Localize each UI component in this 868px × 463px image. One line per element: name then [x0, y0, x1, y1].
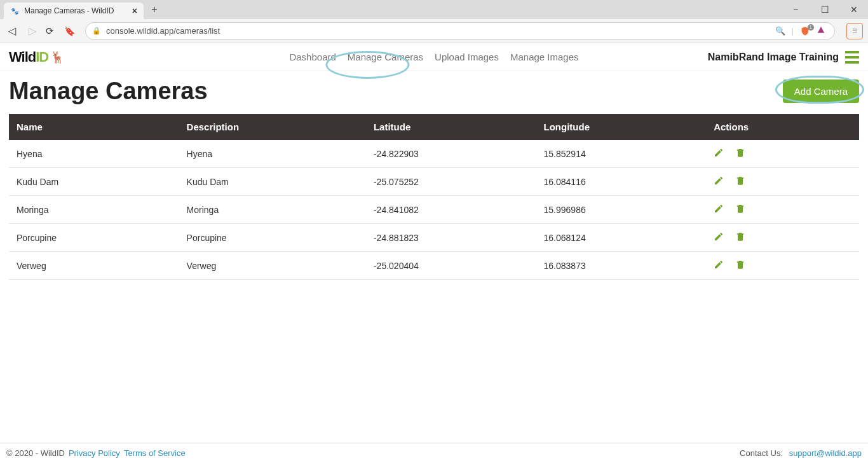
delete-icon[interactable]	[735, 148, 745, 160]
site-header: WildID🦌 Dashboard Manage Cameras Upload …	[0, 43, 868, 71]
table-row: Kudu DamKudu Dam-25.07525216.084116	[9, 168, 859, 196]
col-latitude[interactable]: Latitude	[366, 114, 536, 140]
url-text: console.wildid.app/cameras/list	[106, 26, 220, 36]
cell-latitude: -24.881823	[366, 224, 536, 252]
table-header-row: Name Description Latitude Longitude Acti…	[9, 114, 859, 140]
contact-block: Contact Us: support@wildid.app	[740, 448, 862, 458]
col-description[interactable]: Description	[179, 114, 366, 140]
cell-actions	[706, 140, 859, 168]
cell-description: Hyena	[179, 140, 366, 168]
cameras-table: Name Description Latitude Longitude Acti…	[9, 114, 859, 280]
terms-link[interactable]: Terms of Service	[124, 448, 186, 458]
shield-icon[interactable]: 1	[800, 26, 810, 36]
cell-actions	[706, 252, 859, 280]
site-menu-button[interactable]	[845, 51, 859, 64]
contact-label: Contact Us:	[740, 448, 783, 458]
col-actions: Actions	[706, 114, 859, 140]
browser-tab[interactable]: 🐾 Manage Cameras - WildID ×	[4, 3, 144, 19]
delete-icon[interactable]	[735, 204, 745, 216]
cell-name: Verweg	[9, 252, 179, 280]
table-row: HyenaHyena-24.82290315.852914	[9, 140, 859, 168]
cell-description: Porcupine	[179, 224, 366, 252]
address-bar-row: ◁ ▷ ⟳ 🔖 🔒 console.wildid.app/cameras/lis…	[0, 19, 868, 43]
edit-icon[interactable]	[714, 148, 724, 160]
cell-description: Verweg	[179, 252, 366, 280]
cell-actions	[706, 168, 859, 196]
page-title: Manage Cameras	[9, 78, 208, 105]
browser-tabstrip: 🐾 Manage Cameras - WildID × + − ☐ ✕	[0, 0, 868, 19]
main-nav: Dashboard Manage Cameras Upload Images M…	[289, 52, 578, 62]
cell-name: Hyena	[9, 140, 179, 168]
cell-longitude: 15.996986	[536, 196, 707, 224]
footer: © 2020 - WildID Privacy Policy Terms of …	[0, 443, 868, 463]
edit-icon[interactable]	[714, 259, 724, 272]
delete-icon[interactable]	[735, 259, 745, 272]
logo[interactable]: WildID🦌	[9, 49, 64, 66]
cell-description: Kudu Dam	[179, 168, 366, 196]
cell-latitude: -24.822903	[366, 140, 536, 168]
nav-manage-images[interactable]: Manage Images	[510, 52, 579, 62]
cell-longitude: 16.083873	[536, 252, 707, 280]
bookmark-icon[interactable]: 🔖	[64, 26, 75, 36]
add-camera-wrap: Add Camera	[783, 79, 859, 103]
project-name[interactable]: NamibRand Image Training	[708, 52, 839, 63]
delete-icon[interactable]	[735, 176, 745, 188]
contact-email[interactable]: support@wildid.app	[789, 448, 862, 458]
brave-icon[interactable]	[817, 25, 825, 36]
cell-longitude: 16.084116	[536, 168, 707, 196]
shield-count: 1	[808, 24, 814, 31]
cell-actions	[706, 224, 859, 252]
table-row: PorcupinePorcupine-24.88182316.068124	[9, 224, 859, 252]
cell-name: Kudu Dam	[9, 168, 179, 196]
table-row: MoringaMoringa-24.84108215.996986	[9, 196, 859, 224]
close-icon[interactable]: ×	[132, 6, 137, 16]
cell-name: Moringa	[9, 196, 179, 224]
deer-icon: 🦌	[50, 50, 64, 64]
cell-latitude: -25.020404	[366, 252, 536, 280]
forward-button[interactable]: ▷	[25, 25, 39, 37]
cell-latitude: -24.841082	[366, 196, 536, 224]
delete-icon[interactable]	[735, 232, 745, 244]
window-controls: − ☐ ✕	[785, 0, 864, 19]
cell-name: Porcupine	[9, 224, 179, 252]
new-tab-button[interactable]: +	[147, 3, 161, 17]
address-bar[interactable]: 🔒 console.wildid.app/cameras/list 🔍 | 1	[85, 22, 835, 40]
col-longitude[interactable]: Longitude	[536, 114, 707, 140]
edit-icon[interactable]	[714, 232, 724, 244]
page-head: Manage Cameras Add Camera	[9, 78, 859, 105]
maximize-icon[interactable]: ☐	[815, 4, 835, 15]
favicon-icon: 🐾	[10, 6, 19, 15]
cell-actions	[706, 196, 859, 224]
cell-longitude: 15.852914	[536, 140, 707, 168]
minimize-icon[interactable]: −	[785, 4, 806, 15]
zoom-icon[interactable]: 🔍	[775, 26, 785, 36]
nav-manage-cameras[interactable]: Manage Cameras	[348, 52, 423, 62]
nav-dashboard[interactable]: Dashboard	[289, 52, 336, 62]
privacy-link[interactable]: Privacy Policy	[69, 448, 120, 458]
reload-button[interactable]: ⟳	[46, 25, 54, 37]
add-camera-button[interactable]: Add Camera	[783, 79, 859, 103]
browser-menu-button[interactable]: ≡	[846, 23, 863, 39]
table-row: VerwegVerweg-25.02040416.083873	[9, 252, 859, 280]
cell-latitude: -25.075252	[366, 168, 536, 196]
tab-title: Manage Cameras - WildID	[24, 6, 114, 15]
page-content: Manage Cameras Add Camera Name Descripti…	[0, 71, 868, 443]
col-name[interactable]: Name	[9, 114, 179, 140]
back-button[interactable]: ◁	[5, 25, 19, 37]
edit-icon[interactable]	[714, 204, 724, 216]
edit-icon[interactable]	[714, 176, 724, 188]
close-window-icon[interactable]: ✕	[844, 4, 864, 15]
cell-description: Moringa	[179, 196, 366, 224]
copyright: © 2020 - WildID	[6, 448, 65, 458]
nav-upload-images[interactable]: Upload Images	[435, 52, 499, 62]
cell-longitude: 16.068124	[536, 224, 707, 252]
lock-icon: 🔒	[92, 27, 101, 35]
nav-arrows: ◁ ▷ ⟳	[5, 25, 54, 37]
